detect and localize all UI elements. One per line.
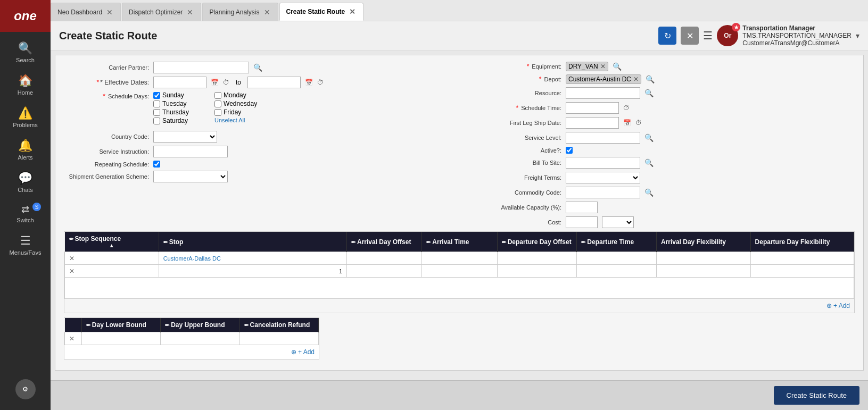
time-picker-start[interactable]: ⏱ (223, 79, 229, 86)
sidebar-item-chats[interactable]: 💬 Chats (0, 166, 51, 198)
row1-delete[interactable]: ✕ (65, 252, 159, 265)
delete-refund-row1-icon[interactable]: ✕ (69, 335, 75, 342)
refund-cancel[interactable] (239, 332, 318, 345)
cost-input[interactable] (566, 216, 598, 228)
tab-neo-dashboard[interactable]: Neo Dashboard ✕ (51, 3, 121, 21)
col-day-upper-bound: ✏Day Upper Bound (161, 318, 239, 332)
sidebar-item-alerts[interactable]: 🔔 Alerts (0, 133, 51, 166)
row1-dep-flex[interactable] (750, 252, 854, 265)
sidebar-item-problems[interactable]: ⚠️ Problems (0, 101, 51, 133)
monday-label: Monday (224, 91, 246, 99)
thursday-row: Thursday (153, 108, 189, 116)
schedule-days-row: * Schedule Days: Sunday Tuesday (64, 91, 453, 128)
saturday-checkbox[interactable] (153, 118, 160, 124)
available-capacity-input[interactable] (566, 202, 598, 213)
row2-arrival-time[interactable] (422, 265, 497, 278)
cost-unit-select[interactable] (602, 216, 634, 228)
tab-create-static-route[interactable]: Create Static Route ✕ (279, 3, 364, 21)
first-leg-time-picker[interactable]: ⏱ (635, 119, 642, 127)
refund-add-button[interactable]: ⊕ + Add (291, 349, 315, 355)
close-tab-planning-analysis[interactable]: ✕ (263, 8, 271, 16)
close-tab-dispatch-optimizer[interactable]: ✕ (186, 8, 194, 16)
schedule-time-picker[interactable]: ⏱ (623, 104, 630, 112)
col-arrival-time: ✏Arrival Time (422, 232, 497, 252)
user-dropdown-arrow[interactable]: ▾ (856, 31, 859, 40)
refund-table-wrapper: ✏Day Lower Bound ✏Day Upper Bound ✏Cance… (64, 317, 319, 359)
effective-date-start[interactable] (153, 77, 206, 88)
service-level-input[interactable] (566, 132, 640, 144)
active-checkbox[interactable] (566, 147, 573, 154)
thursday-checkbox[interactable] (153, 109, 160, 116)
resource-input[interactable] (566, 87, 640, 99)
effective-date-end[interactable] (247, 77, 301, 88)
sunday-checkbox[interactable] (153, 92, 160, 99)
row2-delete[interactable]: ✕ (65, 265, 159, 278)
refresh-button[interactable]: ↻ (658, 27, 676, 45)
row1-arrival-time[interactable] (422, 252, 497, 265)
shipment-generation-select[interactable] (153, 171, 228, 182)
date-picker-end[interactable]: 📅 (305, 79, 313, 86)
sidebar-item-search[interactable]: 🔍 Search (0, 36, 51, 69)
service-instruction-input[interactable] (153, 146, 228, 157)
depot-remove[interactable]: ✕ (633, 76, 639, 83)
resource-search[interactable]: 🔍 (644, 89, 654, 97)
sidebar-item-avatar-bottom[interactable]: ⚙ (0, 374, 51, 405)
carrier-partner-search[interactable]: 🔍 (253, 63, 262, 72)
refund-row1-delete[interactable]: ✕ (65, 332, 82, 345)
bill-to-site-input[interactable] (566, 157, 640, 169)
equipment-search[interactable]: 🔍 (613, 62, 622, 71)
stops-add-button[interactable]: ⊕ + Add (826, 303, 850, 309)
refund-day-upper[interactable] (161, 332, 239, 345)
time-picker-end[interactable]: ⏱ (317, 79, 324, 86)
tab-dispatch-optimizer[interactable]: Dispatch Optimizer ✕ (122, 3, 201, 21)
equipment-row: * Equipment: DRY_VAN ✕ 🔍 (466, 62, 855, 71)
refund-day-lower[interactable] (81, 332, 160, 345)
delete-row1-icon[interactable]: ✕ (69, 255, 75, 262)
resource-row: Resource: 🔍 (466, 87, 855, 99)
monday-checkbox[interactable] (214, 92, 221, 99)
commodity-code-search[interactable]: 🔍 (644, 188, 654, 197)
page-title: Create Static Route (59, 30, 158, 42)
date-picker-start[interactable]: 📅 (211, 79, 219, 86)
row2-arr-flex[interactable] (656, 265, 750, 278)
schedule-time-input[interactable] (566, 102, 619, 114)
row2-dep-flex[interactable] (750, 265, 854, 278)
unselect-all-link[interactable]: Unselect All (214, 117, 257, 123)
first-leg-date-picker[interactable]: 📅 (623, 119, 631, 127)
row1-stop[interactable]: CustomerA-Dallas DC (159, 252, 346, 265)
row1-departure-time[interactable] (577, 252, 657, 265)
menu-button[interactable]: ☰ (703, 29, 713, 42)
service-level-search[interactable]: 🔍 (644, 133, 654, 142)
tab-planning-analysis[interactable]: Planning Analysis ✕ (202, 3, 278, 21)
close-button[interactable]: ✕ (681, 27, 699, 45)
form-columns: Carrier Partner: 🔍 ** Effective Dates: 📅… (64, 62, 855, 231)
commodity-code-input[interactable] (566, 187, 640, 198)
bill-to-site-search[interactable]: 🔍 (644, 158, 654, 167)
row1-departure-day[interactable] (497, 252, 577, 265)
sidebar-item-menus[interactable]: ☰ Menus/Favs (0, 229, 51, 261)
wednesday-checkbox[interactable] (214, 101, 221, 107)
carrier-partner-input[interactable] (153, 62, 249, 73)
row1-arrival-day[interactable] (347, 252, 422, 265)
delete-row2-icon[interactable]: ✕ (69, 267, 75, 275)
freight-terms-select[interactable] (566, 172, 640, 183)
row2-departure-day[interactable] (497, 265, 577, 278)
sidebar-item-home[interactable]: 🏠 Home (0, 69, 51, 101)
close-tab-create-static-route[interactable]: ✕ (348, 7, 357, 16)
friday-checkbox[interactable] (214, 109, 221, 116)
sidebar-item-switch[interactable]: ⇄ Switch S (0, 198, 51, 229)
close-tab-neo-dashboard[interactable]: ✕ (105, 8, 114, 16)
shipment-generation-label: Shipment Generation Scheme: (64, 173, 149, 180)
tuesday-checkbox[interactable] (153, 101, 160, 107)
create-static-route-button[interactable]: Create Static Route (774, 386, 859, 405)
first-leg-input[interactable] (566, 117, 619, 129)
col-delete-placeholder (65, 318, 82, 332)
equipment-remove[interactable]: ✕ (600, 63, 606, 70)
repeating-schedule-checkbox[interactable] (153, 161, 160, 168)
row2-arrival-day[interactable] (347, 265, 422, 278)
country-code-select[interactable] (153, 131, 217, 143)
row1-arr-flex[interactable] (656, 252, 750, 265)
app-logo[interactable]: one (0, 0, 51, 32)
row2-departure-time[interactable] (577, 265, 657, 278)
depot-search[interactable]: 🔍 (646, 75, 655, 83)
